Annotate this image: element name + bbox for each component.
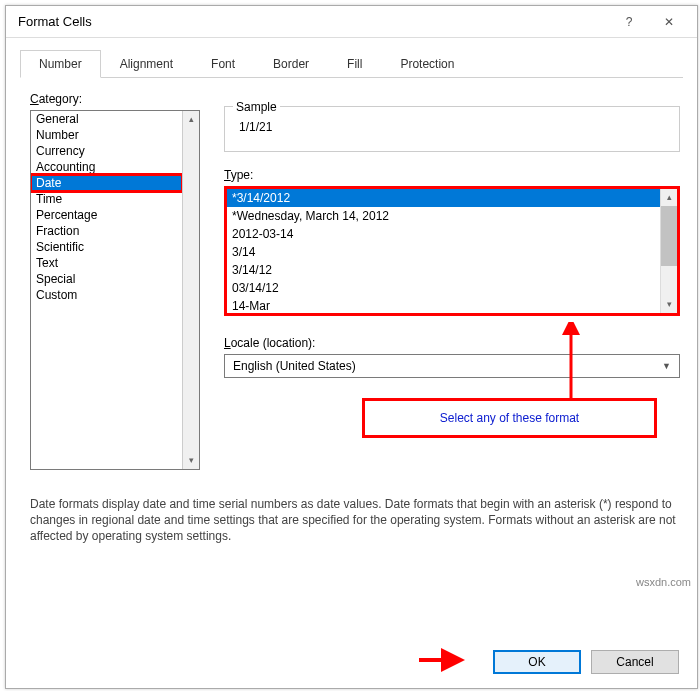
ok-button[interactable]: OK [493,650,581,674]
tab-fill[interactable]: Fill [328,50,381,78]
type-listbox[interactable]: *3/14/2012 *Wednesday, March 14, 2012 20… [224,186,680,316]
scroll-up-icon[interactable]: ▴ [661,189,677,206]
type-item[interactable]: 14-Mar [227,297,660,313]
scroll-thumb[interactable] [661,206,677,266]
category-item-date[interactable]: Date [31,175,182,191]
category-scrollbar[interactable]: ▴ ▾ [182,111,199,469]
category-item[interactable]: General [31,111,182,127]
tab-border[interactable]: Border [254,50,328,78]
sample-box: Sample 1/1/21 [224,106,680,152]
type-item[interactable]: *3/14/2012 [227,189,660,207]
type-scrollbar[interactable]: ▴ ▾ [660,189,677,313]
tab-protection[interactable]: Protection [381,50,473,78]
locale-value: English (United States) [233,359,662,373]
type-item[interactable]: 03/14/12 [227,279,660,297]
category-label: Category: [30,92,82,106]
scroll-up-icon[interactable]: ▴ [183,111,199,128]
help-button[interactable]: ? [609,7,649,37]
scroll-down-icon[interactable]: ▾ [183,452,199,469]
type-items: *3/14/2012 *Wednesday, March 14, 2012 20… [227,189,660,313]
type-item[interactable]: 3/14/12 [227,261,660,279]
category-item[interactable]: Currency [31,143,182,159]
type-label: Type: [224,168,253,182]
cancel-button[interactable]: Cancel [591,650,679,674]
category-item[interactable]: Text [31,255,182,271]
category-items: General Number Currency Accounting Date … [31,111,182,469]
scroll-down-icon[interactable]: ▾ [661,296,677,313]
dialog-title: Format Cells [18,14,609,29]
annotation-arrow [561,322,581,402]
sample-value: 1/1/21 [235,120,669,134]
type-item[interactable]: *Wednesday, March 14, 2012 [227,207,660,225]
annotation-text: Select any of these format [440,411,579,425]
tab-number[interactable]: Number [20,50,101,78]
category-item[interactable]: Custom [31,287,182,303]
locale-label: Locale (location): [224,336,315,350]
category-item[interactable]: Scientific [31,239,182,255]
tab-content: Category: General Number Currency Accoun… [6,78,697,608]
scroll-track[interactable] [661,206,677,296]
tabs: Number Alignment Font Border Fill Protec… [20,50,683,78]
ok-arrow-annotation [417,648,465,672]
type-item[interactable]: 2012-03-14 [227,225,660,243]
description-text: Date formats display date and time seria… [30,496,680,545]
type-item[interactable]: 3/14 [227,243,660,261]
category-item[interactable]: Fraction [31,223,182,239]
watermark: wsxdn.com [636,576,691,588]
chevron-down-icon: ▼ [662,361,671,371]
category-item[interactable]: Percentage [31,207,182,223]
category-listbox[interactable]: General Number Currency Accounting Date … [30,110,200,470]
format-cells-dialog: Format Cells ? ✕ Number Alignment Font B… [5,5,698,689]
annotation-callout: Select any of these format [362,398,657,438]
category-item[interactable]: Accounting [31,159,182,175]
close-icon: ✕ [664,15,674,29]
titlebar: Format Cells ? ✕ [6,6,697,38]
category-item[interactable]: Special [31,271,182,287]
category-item[interactable]: Number [31,127,182,143]
sample-label: Sample [233,100,280,114]
locale-dropdown[interactable]: English (United States) ▼ [224,354,680,378]
category-item[interactable]: Time [31,191,182,207]
dialog-buttons: OK Cancel [493,650,679,674]
tab-font[interactable]: Font [192,50,254,78]
close-button[interactable]: ✕ [649,7,689,37]
scroll-track[interactable] [183,128,199,452]
help-icon: ? [626,15,633,29]
tab-alignment[interactable]: Alignment [101,50,192,78]
